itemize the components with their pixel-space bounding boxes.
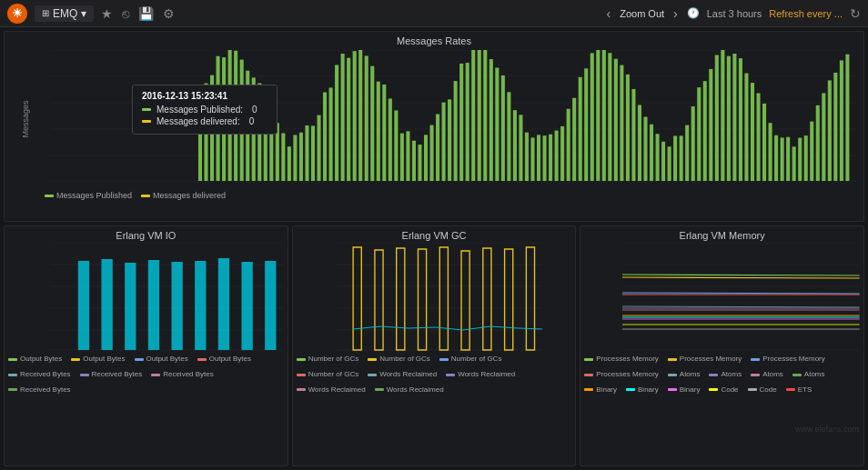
- svg-rect-60: [490, 59, 493, 181]
- svg-rect-107: [769, 123, 772, 181]
- tooltip-delivered-value: 0: [249, 116, 255, 126]
- clock-icon: 🕐: [687, 7, 700, 19]
- svg-rect-152: [148, 260, 159, 350]
- svg-rect-181: [418, 249, 426, 350]
- svg-rect-90: [668, 146, 671, 181]
- svg-rect-41: [377, 82, 380, 181]
- svg-rect-25: [281, 133, 285, 181]
- svg-rect-105: [756, 93, 760, 181]
- svg-rect-71: [555, 131, 559, 181]
- svg-rect-31: [317, 115, 320, 181]
- legend-delivered-label: Messages delivered: [153, 191, 226, 200]
- svg-rect-36: [347, 58, 350, 181]
- svg-rect-91: [673, 135, 677, 181]
- svg-rect-150: [101, 259, 112, 350]
- svg-rect-112: [798, 138, 802, 181]
- svg-rect-80: [608, 53, 611, 181]
- svg-rect-67: [530, 137, 534, 181]
- svg-rect-46: [406, 131, 409, 181]
- svg-rect-178: [353, 247, 361, 350]
- svg-rect-65: [519, 115, 522, 181]
- svg-rect-185: [504, 249, 512, 350]
- svg-rect-77: [590, 53, 594, 181]
- svg-rect-72: [560, 126, 564, 181]
- zoom-back-button[interactable]: ‹: [605, 6, 613, 21]
- erlang-vm-memory-title: Erlang VM Memory: [580, 226, 863, 243]
- svg-rect-84: [631, 89, 635, 181]
- tooltip-published-value: 0: [252, 105, 257, 115]
- main-content: Messages Rates Messages 2000 1500 1000 5…: [0, 27, 868, 470]
- share-icon[interactable]: ⎋: [122, 6, 129, 21]
- svg-rect-153: [171, 262, 182, 350]
- svg-rect-156: [241, 262, 252, 350]
- svg-rect-35: [341, 54, 345, 181]
- svg-rect-66: [525, 133, 529, 181]
- svg-rect-26: [288, 146, 291, 181]
- tooltip-row-published: Messages Published: 0: [142, 105, 267, 115]
- svg-rect-50: [429, 125, 433, 181]
- svg-rect-110: [786, 137, 790, 181]
- svg-rect-87: [650, 125, 653, 181]
- dashboard-selector[interactable]: ⊞ EMQ ▾: [35, 5, 94, 22]
- legend-published: Messages Published: [45, 191, 132, 200]
- svg-rect-68: [537, 135, 540, 181]
- svg-rect-28: [299, 133, 303, 181]
- svg-rect-59: [483, 50, 487, 181]
- svg-rect-119: [840, 60, 843, 181]
- svg-rect-48: [418, 145, 421, 181]
- dashboard-name: EMQ: [53, 7, 77, 20]
- svg-rect-53: [448, 99, 451, 181]
- svg-rect-56: [466, 63, 469, 181]
- zoom-forward-button[interactable]: ›: [671, 6, 680, 21]
- topnav-actions: ★ ⎋ 💾 ⚙: [101, 6, 175, 21]
- erlang-vm-memory-chart: 1.2 GiB 954 MiB 715 MiB 477 MiB 238 MiB …: [622, 243, 860, 352]
- svg-rect-86: [643, 117, 647, 181]
- svg-rect-45: [400, 134, 404, 181]
- svg-rect-118: [833, 73, 837, 181]
- svg-rect-51: [436, 114, 439, 181]
- svg-rect-54: [454, 81, 458, 181]
- svg-rect-70: [549, 135, 552, 181]
- svg-rect-114: [810, 122, 813, 181]
- logo-icon: ☀: [12, 6, 23, 20]
- svg-rect-183: [461, 251, 469, 350]
- erlang-vm-io-legend: Output Bytes Output Bytes Output Bytes O…: [5, 352, 288, 399]
- svg-rect-116: [822, 93, 825, 181]
- svg-rect-111: [792, 146, 796, 181]
- svg-rect-103: [744, 74, 748, 181]
- svg-rect-106: [762, 104, 766, 181]
- dashboard-grid-icon: ⊞: [42, 8, 49, 18]
- erlang-vm-gc-chart: 25 K 20 K 15 K 10 K 5 K 0 8 Mil 6 Mil 4 …: [335, 243, 543, 352]
- erlang-vm-io-chart: 488 KiB 391 KiB 293 KiB 195 KiB 98 KiB 0…: [50, 243, 284, 352]
- time-range-label[interactable]: Last 3 hours: [707, 8, 762, 19]
- svg-rect-52: [442, 103, 446, 181]
- svg-rect-44: [394, 110, 398, 181]
- svg-rect-180: [396, 248, 404, 350]
- dropdown-caret: ▾: [81, 7, 86, 20]
- save-icon[interactable]: 💾: [138, 6, 154, 21]
- svg-rect-88: [656, 134, 660, 181]
- zoom-out-button[interactable]: Zoom Out: [620, 8, 664, 19]
- refresh-button[interactable]: ↻: [850, 6, 861, 21]
- svg-rect-58: [478, 50, 481, 181]
- watermark: www.elefans.com: [795, 425, 859, 434]
- svg-rect-83: [626, 75, 630, 181]
- settings-icon[interactable]: ⚙: [163, 6, 175, 21]
- svg-rect-27: [293, 135, 297, 181]
- svg-rect-43: [389, 98, 392, 181]
- svg-rect-40: [370, 66, 374, 181]
- svg-rect-55: [459, 64, 463, 181]
- svg-rect-154: [195, 261, 206, 350]
- svg-rect-179: [375, 250, 383, 350]
- star-icon[interactable]: ★: [101, 6, 113, 21]
- refresh-interval-label[interactable]: Refresh every ...: [769, 8, 843, 19]
- erlang-vm-memory-legend: Processes Memory Processes Memory Proces…: [580, 352, 863, 399]
- svg-rect-39: [365, 55, 368, 181]
- svg-rect-96: [703, 81, 707, 181]
- svg-rect-75: [579, 77, 582, 181]
- tooltip-published-label: Messages Published:: [156, 105, 243, 115]
- svg-rect-149: [78, 261, 89, 350]
- svg-rect-73: [567, 109, 570, 181]
- svg-rect-32: [323, 92, 327, 181]
- grafana-logo[interactable]: ☀: [7, 4, 27, 24]
